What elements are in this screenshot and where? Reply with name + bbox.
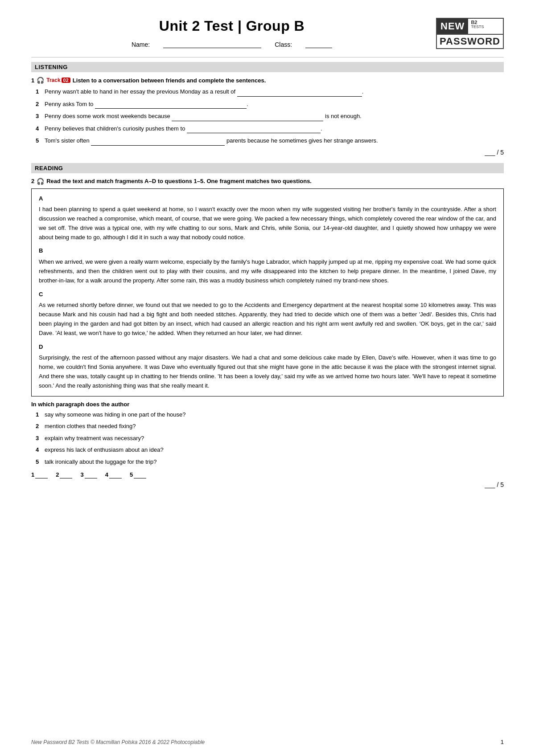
- answer-slot-3: 3: [80, 471, 97, 478]
- item-text: mention clothes that needed fixing?: [45, 422, 504, 431]
- slot-label-2: 2: [56, 471, 59, 478]
- logo-password: PASSWORD: [437, 34, 503, 48]
- blank-2[interactable]: [95, 100, 247, 109]
- list-item: 3 explain why treatment was necessary?: [36, 434, 504, 443]
- para-label-a: A: [39, 194, 496, 204]
- item-text: Penny wasn't able to hand in her essay t…: [45, 87, 504, 97]
- class-field[interactable]: [305, 41, 332, 48]
- slot-line-5[interactable]: [134, 471, 146, 478]
- name-class-line: Name: Class:: [31, 41, 432, 48]
- q2-number: 2: [31, 178, 34, 184]
- para-label-d: D: [39, 343, 496, 352]
- answer-row: 1 2 3 4 5: [31, 471, 504, 478]
- name-label: Name:: [132, 41, 150, 48]
- q1-intro: 1 🎧 Track 02 Listen to a conversation be…: [31, 77, 504, 84]
- answer-slot-5: 5: [130, 471, 146, 478]
- list-item: 5 Tom's sister often parents because he …: [36, 136, 504, 146]
- list-item: 1 Penny wasn't able to hand in her essay…: [36, 87, 504, 97]
- item-num: 1: [36, 410, 45, 419]
- q2-intro: 2 🎧 Read the text and match fragments A–…: [31, 178, 504, 185]
- item-text: Penny does some work most weekends becau…: [45, 112, 504, 121]
- reading-score: ___ / 5: [31, 481, 504, 488]
- track-word: Track: [46, 77, 60, 83]
- footer: New Password B2 Tests © Macmillan Polska…: [31, 739, 504, 745]
- track-num: 02: [62, 78, 70, 83]
- para-a: A I had been planning to spend a quiet w…: [39, 194, 496, 242]
- para-c: C As we returned shortly before dinner, …: [39, 290, 496, 338]
- answer-slot-4: 4: [105, 471, 122, 478]
- slot-label-1: 1: [31, 471, 34, 478]
- item-num: 5: [36, 136, 45, 145]
- answer-slot-2: 2: [56, 471, 72, 478]
- item-num: 5: [36, 458, 45, 466]
- item-num: 2: [36, 100, 45, 109]
- item-num: 2: [36, 422, 45, 431]
- slot-line-3[interactable]: [85, 471, 97, 478]
- para-b: B When we arrived, we were given a reall…: [39, 246, 496, 285]
- list-item: 1 say why someone was hiding in one part…: [36, 410, 504, 419]
- item-text: Penny asks Tom to .: [45, 100, 504, 109]
- passage-box: A I had been planning to spend a quiet w…: [31, 188, 504, 396]
- track-badge: Track 02: [46, 77, 70, 83]
- answer-slot-1: 1: [31, 471, 48, 478]
- q1-number: 1: [31, 77, 34, 84]
- in-which-list: 1 say why someone was hiding in one part…: [36, 410, 504, 466]
- slot-line-4[interactable]: [109, 471, 122, 478]
- slot-label-4: 4: [105, 471, 108, 478]
- q1-instruction: Listen to a conversation between friends…: [73, 77, 266, 84]
- para-label-b: B: [39, 246, 496, 256]
- book-icon: 🎧: [37, 178, 44, 185]
- list-item: 2 Penny asks Tom to .: [36, 100, 504, 109]
- name-field[interactable]: [163, 41, 261, 48]
- in-which-title: In which paragraph does the author: [31, 401, 504, 408]
- list-item: 5 talk ironically about the luggage for …: [36, 458, 504, 466]
- para-d: D Surprisingly, the rest of the afternoo…: [39, 343, 496, 391]
- item-num: 3: [36, 112, 45, 121]
- item-text: express his lack of enthusiasm about an …: [45, 445, 504, 454]
- headphone-icon: 🎧: [37, 77, 44, 84]
- class-label: Class:: [275, 41, 292, 48]
- item-text: Penny believes that children's curiosity…: [45, 124, 504, 134]
- title-block: Unit 2 Test | Group B Name: Class:: [31, 18, 432, 48]
- slot-label-3: 3: [80, 471, 83, 478]
- item-text: explain why treatment was necessary?: [45, 434, 504, 443]
- listening-score: ___ / 5: [31, 149, 504, 156]
- listening-header: LISTENING: [31, 62, 504, 72]
- item-text: say why someone was hiding in one part o…: [45, 410, 504, 419]
- header-divider: [31, 57, 504, 57]
- footer-page: 1: [501, 739, 504, 745]
- slot-line-1[interactable]: [35, 471, 48, 478]
- logo-block: NEW B2 TESTS PASSWORD: [432, 18, 504, 49]
- blank-3[interactable]: [172, 112, 323, 121]
- in-which-block: In which paragraph does the author 1 say…: [31, 401, 504, 466]
- reading-header: READING: [31, 163, 504, 173]
- logo-right: B2 TESTS: [468, 19, 486, 34]
- logo-new: NEW: [437, 19, 468, 34]
- list-item: 4 express his lack of enthusiasm about a…: [36, 445, 504, 454]
- blank-1[interactable]: [237, 87, 362, 97]
- item-num: 1: [36, 87, 45, 96]
- item-text: talk ironically about the luggage for th…: [45, 458, 504, 466]
- page-title: Unit 2 Test | Group B: [31, 18, 432, 34]
- list-item: 4 Penny believes that children's curiosi…: [36, 124, 504, 134]
- blank-4[interactable]: [187, 124, 321, 134]
- reading-section: READING 2 🎧 Read the text and match frag…: [31, 163, 504, 489]
- slot-line-2[interactable]: [60, 471, 72, 478]
- q2-block: 2 🎧 Read the text and match fragments A–…: [31, 178, 504, 489]
- item-num: 4: [36, 124, 45, 133]
- logo-tests: TESTS: [471, 25, 484, 29]
- q2-instruction: Read the text and match fragments A–D to…: [46, 178, 312, 184]
- listening-sentences: 1 Penny wasn't able to hand in her essay…: [36, 87, 504, 146]
- page: Unit 2 Test | Group B Name: Class: NEW B…: [0, 0, 535, 756]
- item-num: 3: [36, 434, 45, 443]
- list-item: 2 mention clothes that needed fixing?: [36, 422, 504, 431]
- footer-copyright: New Password B2 Tests © Macmillan Polska…: [31, 739, 205, 745]
- list-item: 3 Penny does some work most weekends bec…: [36, 112, 504, 121]
- q1-block: 1 🎧 Track 02 Listen to a conversation be…: [31, 77, 504, 156]
- listening-section: LISTENING 1 🎧 Track 02 Listen to a conve…: [31, 62, 504, 156]
- logo: NEW B2 TESTS PASSWORD: [436, 18, 504, 49]
- slot-label-5: 5: [130, 471, 133, 478]
- blank-5[interactable]: [91, 136, 225, 146]
- header: Unit 2 Test | Group B Name: Class: NEW B…: [31, 18, 504, 49]
- item-num: 4: [36, 445, 45, 454]
